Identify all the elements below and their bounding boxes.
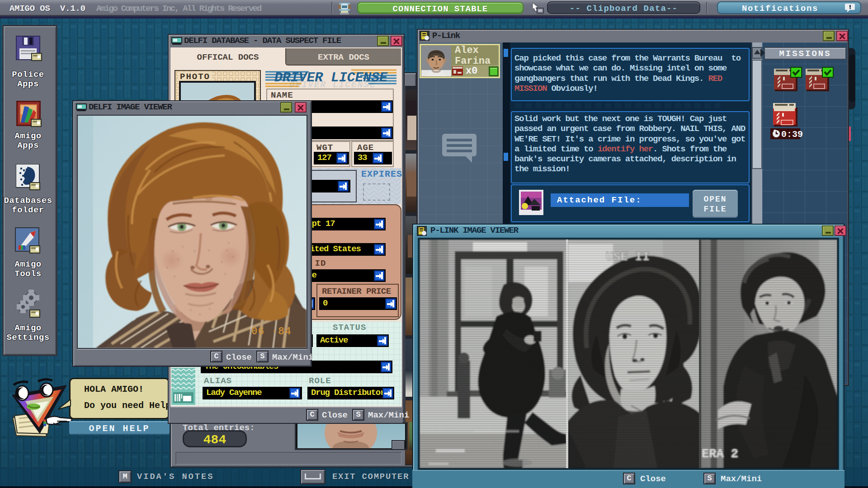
svg-text:DRIVER LICENSE: DRIVER LICENSE [289, 80, 376, 88]
